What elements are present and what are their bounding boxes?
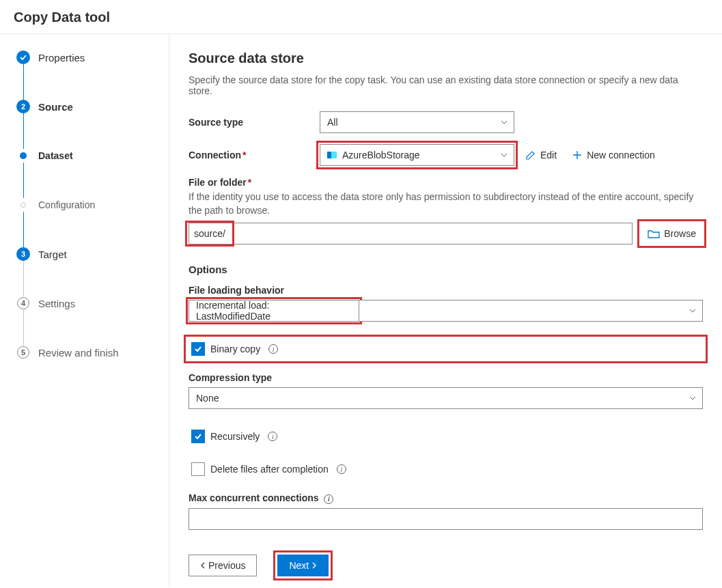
step-label: Review and finish [38,347,119,359]
max-conn-input[interactable] [189,508,703,530]
step-configuration[interactable]: Configuration [16,198,158,212]
file-loading-value: Incremental load: LastModifiedDate [196,300,339,322]
chevron-down-icon [689,307,697,315]
compression-select[interactable]: None [189,387,703,409]
file-folder-label: File or folder* [189,177,703,188]
check-icon [194,432,202,440]
info-icon[interactable]: i [337,464,346,474]
file-folder-input[interactable]: source/ [189,223,633,244]
browse-button[interactable]: Browse [641,223,703,244]
step-number-icon: 3 [16,247,30,261]
compression-value: None [196,393,219,404]
section-title: Source data store [189,51,703,66]
chevron-down-icon [500,118,508,126]
substep-dot-icon [20,202,26,208]
main-panel: Source data store Specify the source dat… [169,34,722,587]
folder-icon [648,229,660,238]
step-number-icon: 5 [17,346,29,359]
step-source[interactable]: 2 Source [16,100,158,113]
file-loading-select-ext[interactable] [359,300,703,322]
source-type-select[interactable]: All [320,111,514,133]
plus-icon [572,150,583,160]
page-title: Copy Data tool [14,10,708,25]
chevron-down-icon [500,151,508,159]
delete-after-checkbox-row: Delete files after completion i [189,460,703,479]
page-header: Copy Data tool [0,0,722,34]
connection-value: AzureBlobStorage [342,150,420,160]
wizard-footer: Previous Next [189,544,703,576]
file-folder-hint: If the identity you use to access the da… [189,191,703,217]
step-label: Configuration [38,199,95,210]
file-folder-value: source/ [189,224,231,243]
recursively-checkbox[interactable] [191,430,205,443]
storage-icon [327,152,337,158]
chevron-left-icon [200,562,206,569]
recursively-label: Recursively [210,431,260,442]
source-type-label: Source type [189,117,313,128]
check-icon [194,345,202,353]
chevron-right-icon [311,562,317,569]
info-icon[interactable]: i [324,494,333,504]
connection-label: Connection* [189,150,313,160]
step-number-icon: 2 [16,100,30,113]
options-heading: Options [189,264,703,275]
step-label: Dataset [38,150,73,161]
info-icon[interactable]: i [268,432,277,441]
step-number-icon: 4 [17,297,29,309]
binary-copy-checkbox[interactable] [191,342,205,356]
info-icon[interactable]: i [268,344,278,354]
pencil-icon [525,150,536,160]
chevron-down-icon [689,394,697,402]
wizard-sidebar: Properties 2 Source Dataset Configuratio… [0,34,169,587]
source-type-value: All [327,117,338,128]
binary-copy-checkbox-row: Binary copy i [189,339,703,359]
delete-after-label: Delete files after completion [210,464,329,475]
next-button[interactable]: Next [277,555,329,576]
step-settings[interactable]: 4 Settings [16,296,158,310]
substep-dot-icon [20,152,27,159]
file-loading-select[interactable]: Incremental load: LastModifiedDate [189,300,359,322]
compression-label: Compression type [189,372,703,383]
step-properties[interactable]: Properties [16,51,158,64]
max-conn-label: Max concurrent connections i [189,492,703,504]
new-connection-button[interactable]: New connection [568,147,659,163]
edit-connection-button[interactable]: Edit [521,147,561,163]
file-loading-label: File loading behavior [189,285,703,296]
step-label: Settings [38,298,75,309]
connection-select[interactable]: AzureBlobStorage [320,144,514,166]
step-label: Source [38,101,73,113]
recursively-checkbox-row: Recursively i [189,427,703,446]
step-target[interactable]: 3 Target [16,247,158,261]
delete-after-checkbox[interactable] [191,462,205,476]
check-icon [16,51,30,64]
step-label: Properties [38,52,85,64]
step-dataset[interactable]: Dataset [16,149,158,163]
binary-copy-label: Binary copy [210,344,260,354]
previous-button[interactable]: Previous [189,555,257,576]
step-label: Target [38,249,67,260]
section-description: Specify the source data store for the co… [189,74,703,96]
step-review[interactable]: 5 Review and finish [16,346,158,359]
